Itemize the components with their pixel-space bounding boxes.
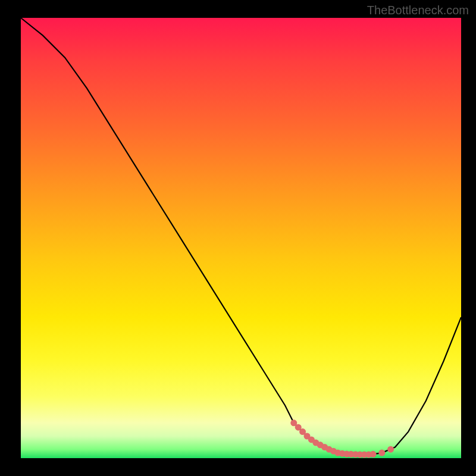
chart-curve	[21, 18, 461, 455]
chart-highlight-dots	[290, 419, 394, 458]
chart-overlay	[21, 18, 461, 458]
watermark-text: TheBottleneck.com	[367, 4, 469, 17]
highlight-dot	[378, 450, 385, 456]
highlight-dot	[370, 451, 377, 458]
highlight-dot	[387, 446, 394, 453]
